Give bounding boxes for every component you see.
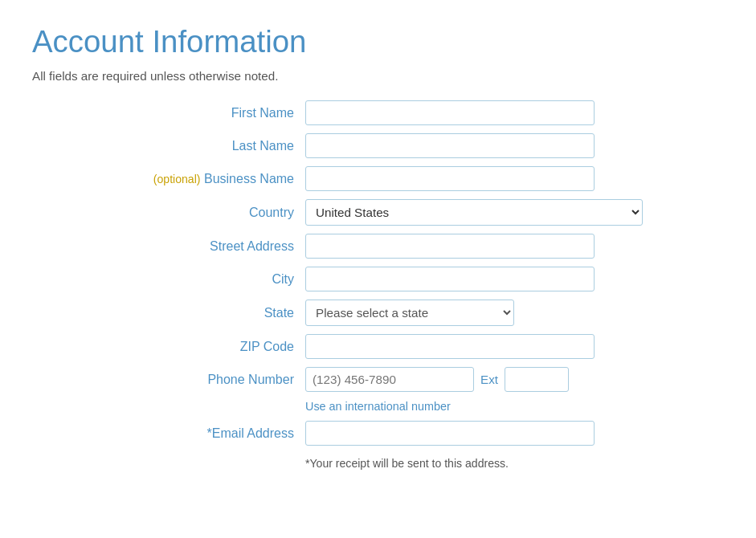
email-label: *Email Address: [32, 426, 305, 441]
business-name-label-text: Business Name: [204, 172, 294, 185]
phone-row: Phone Number Ext: [32, 367, 724, 392]
page-title: Account Information: [32, 24, 724, 59]
phone-group: Ext: [305, 367, 569, 392]
ext-input[interactable]: [505, 367, 569, 392]
business-name-input[interactable]: [305, 166, 595, 191]
email-row: *Email Address: [32, 421, 724, 446]
receipt-note-row: *Your receipt will be sent to this addre…: [32, 457, 724, 470]
country-row: Country United States Canada United King…: [32, 199, 724, 226]
last-name-row: Last Name: [32, 133, 724, 158]
zip-code-row: ZIP Code: [32, 334, 724, 359]
state-select[interactable]: Please select a state Alabama Alaska Ari…: [305, 300, 514, 326]
zip-code-input[interactable]: [305, 334, 595, 359]
city-input[interactable]: [305, 267, 595, 291]
last-name-input[interactable]: [305, 133, 595, 158]
ext-label: Ext: [480, 373, 498, 386]
receipt-note-text: *Your receipt will be sent to this addre…: [305, 457, 509, 470]
zip-code-label: ZIP Code: [32, 340, 305, 354]
city-label: City: [32, 272, 305, 287]
state-label: State: [32, 306, 305, 320]
optional-label: (optional): [153, 173, 201, 185]
intl-number-link[interactable]: Use an international number: [305, 400, 451, 413]
state-row: State Please select a state Alabama Alas…: [32, 300, 724, 326]
country-select[interactable]: United States Canada United Kingdom Aust…: [305, 199, 643, 226]
country-label: Country: [32, 206, 305, 220]
email-input[interactable]: [305, 421, 595, 446]
phone-label: Phone Number: [32, 373, 305, 387]
business-name-row: (optional) Business Name: [32, 166, 724, 191]
street-address-row: Street Address: [32, 234, 724, 259]
business-name-label: (optional) Business Name: [32, 172, 305, 186]
intl-link-row: Use an international number: [32, 400, 724, 413]
city-row: City: [32, 267, 724, 291]
first-name-label: First Name: [32, 106, 305, 120]
street-address-label: Street Address: [32, 239, 305, 254]
subtitle-text: All fields are required unless otherwise…: [32, 69, 724, 83]
first-name-row: First Name: [32, 100, 724, 125]
street-address-input[interactable]: [305, 234, 595, 259]
phone-input[interactable]: [305, 367, 474, 392]
first-name-input[interactable]: [305, 100, 595, 125]
last-name-label: Last Name: [32, 139, 305, 153]
account-form: First Name Last Name (optional) Business…: [32, 100, 724, 470]
